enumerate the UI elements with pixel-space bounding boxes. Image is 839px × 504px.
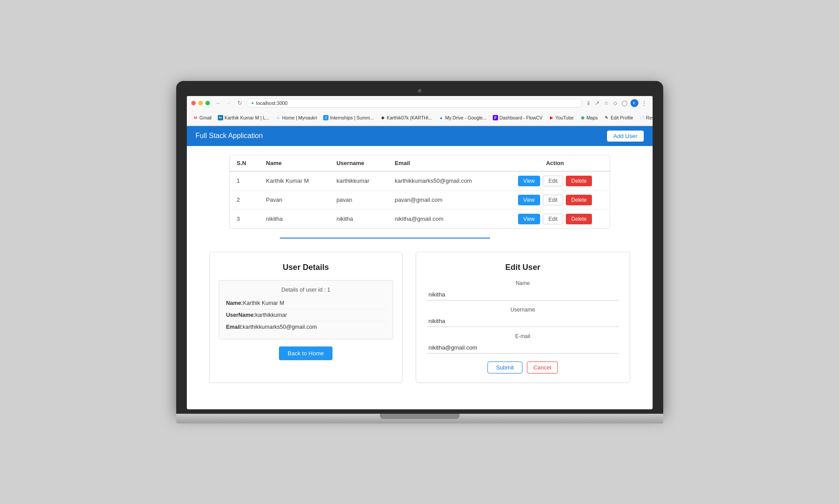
bookmark-resumebuilder[interactable]: 📄 Resume Builder | D... (637, 114, 652, 121)
profile-avatar[interactable]: K (630, 99, 638, 107)
bottom-padding (187, 396, 653, 409)
user-details-card: User Details Details of user id : 1 Name… (209, 252, 402, 383)
bookmark-btn[interactable]: ☆ (603, 99, 610, 107)
bookmark-github[interactable]: ◆ Karthik07k (KARTHI... (377, 114, 435, 121)
email-value: karthikkumarks50@gmail.com (243, 324, 317, 330)
delete-btn-1[interactable]: Delete (566, 176, 592, 186)
back-home-button[interactable]: Back to Home (279, 346, 333, 360)
name-label: Name: (226, 300, 243, 306)
submit-button[interactable]: Submit (487, 362, 522, 373)
refresh-btn[interactable]: ↻ (236, 99, 244, 107)
share-btn[interactable]: ↗ (594, 99, 601, 107)
bookmark-youtube[interactable]: ▶ YouTube (546, 114, 576, 121)
col-email: Email (387, 155, 500, 171)
cell-actions: View Edit Delete (500, 171, 609, 191)
bookmark-editprofile[interactable]: ✎ Edit Profile (601, 114, 636, 121)
cell-name: nikitha (259, 209, 329, 228)
back-btn[interactable]: ← (214, 99, 223, 107)
cancel-button[interactable]: Cancel (527, 362, 558, 373)
col-username: Username (329, 155, 387, 171)
name-input[interactable] (427, 289, 619, 300)
bookmark-label: Internships | Summ... (330, 115, 374, 120)
bookmark-flowcv[interactable]: F Dashboard - FlowCV (490, 114, 545, 121)
bookmark-linkedin[interactable]: in Karthik Kumar M | L... (215, 114, 272, 121)
col-sn: S.N (230, 155, 259, 171)
table-row: 1 Karthik Kumar M karthikkumar karthikku… (230, 171, 610, 191)
bookmark-mynaukri[interactable]: ⌂ Home | Mynaukri (273, 114, 320, 121)
add-user-button[interactable]: Add User (607, 131, 643, 142)
section-divider (280, 238, 490, 239)
cell-email: pavan@gmail.com (387, 190, 500, 209)
minimize-window-btn[interactable] (198, 101, 203, 105)
view-btn-3[interactable]: View (518, 214, 540, 224)
secure-icon: ● (251, 100, 254, 105)
col-name: Name (259, 155, 329, 171)
details-email-row: Email:karthikkumarks50@gmail.com (226, 321, 386, 333)
form-username-group: Username (427, 307, 619, 327)
view-btn-1[interactable]: View (518, 176, 540, 186)
details-name-row: Name:Karthik Kumar M (226, 297, 386, 309)
bookmark-label: Karthik07k (KARTHI... (387, 115, 432, 120)
cell-name: Karthik Kumar M (259, 171, 329, 191)
cell-actions: View Edit Delete (500, 190, 609, 209)
bookmark-label: My Drive - Google... (445, 115, 487, 120)
edit-btn-1[interactable]: Edit (543, 176, 564, 186)
bookmark-maps[interactable]: ◉ Maps (577, 114, 601, 121)
bookmark-label: Karthik Kumar M | L... (224, 115, 269, 120)
close-window-btn[interactable] (191, 101, 196, 105)
bookmarks-bar: M Gmail in Karthik Kumar M | L... ⌂ Home… (187, 110, 653, 126)
menu-btn[interactable]: ⋮ (640, 99, 648, 107)
internships-icon: I (323, 115, 329, 120)
bookmark-drive[interactable]: ▲ My Drive - Google... (436, 114, 489, 121)
username-label: UserName: (226, 312, 255, 318)
edit-btn-2[interactable]: Edit (543, 195, 564, 205)
delete-btn-3[interactable]: Delete (566, 214, 592, 224)
username-field-label: Username (427, 307, 619, 313)
username-value: karthikkumar (255, 312, 287, 318)
name-value: Karthik Kumar M (243, 300, 284, 306)
gmail-icon: M (193, 115, 198, 120)
linkedin-icon: in (218, 115, 223, 120)
cell-sn: 2 (230, 190, 259, 209)
cell-name: Pavan (259, 190, 329, 209)
download-btn[interactable]: ⇓ (585, 99, 592, 107)
bookmark-internships[interactable]: I Internships | Summ... (321, 114, 376, 121)
maximize-window-btn[interactable] (205, 101, 210, 105)
browser-chrome: ← → ↻ ● localhost:3000 ⇓ ↗ ☆ ◇ ◯ K (187, 96, 653, 126)
users-table-container: S.N Name Username Email Action 1 Karthik… (229, 155, 610, 229)
users-table: S.N Name Username Email Action 1 Karthik… (230, 155, 610, 228)
cell-sn: 1 (230, 171, 259, 191)
edit-btn-3[interactable]: Edit (543, 214, 564, 224)
view-btn-2[interactable]: View (518, 195, 540, 205)
address-bar[interactable]: ● localhost:3000 (247, 99, 582, 108)
app-header: Full Stack Application Add User (187, 126, 653, 146)
form-email-group: E-mail (427, 333, 619, 354)
laptop-hinge (380, 414, 460, 419)
cell-username: karthikkumar (329, 171, 387, 191)
extension-btn[interactable]: ◇ (612, 99, 619, 107)
browser-actions: ⇓ ↗ ☆ ◇ ◯ K ⋮ (585, 99, 648, 107)
bookmark-label: YouTube (555, 115, 573, 120)
email-field-label: E-mail (427, 333, 619, 339)
browser-topbar: ← → ↻ ● localhost:3000 ⇓ ↗ ☆ ◇ ◯ K (187, 96, 653, 110)
table-row: 3 nikitha nikitha nikitha@gmail.com View… (230, 209, 610, 228)
cell-username: nikitha (329, 209, 387, 228)
bookmark-star-btn[interactable]: ◯ (620, 99, 629, 107)
app-title: Full Stack Application (196, 132, 263, 140)
edit-user-title: Edit User (427, 263, 619, 272)
cell-email: karthikkumarks50@gmail.com (387, 171, 500, 191)
cell-email: nikitha@gmail.com (387, 209, 500, 228)
cell-username: pavan (329, 190, 387, 209)
form-actions: Submit Cancel (427, 362, 619, 373)
forward-btn[interactable]: → (224, 99, 233, 107)
name-field-label: Name (427, 280, 619, 286)
delete-btn-2[interactable]: Delete (566, 195, 592, 205)
github-icon: ◆ (380, 115, 385, 120)
mynaukri-icon: ⌂ (275, 115, 281, 120)
email-input[interactable] (427, 342, 619, 354)
camera (418, 89, 421, 92)
bookmark-gmail[interactable]: M Gmail (190, 114, 214, 121)
url-text: localhost:3000 (256, 100, 288, 106)
drive-icon: ▲ (439, 115, 444, 120)
username-input[interactable] (427, 315, 619, 327)
